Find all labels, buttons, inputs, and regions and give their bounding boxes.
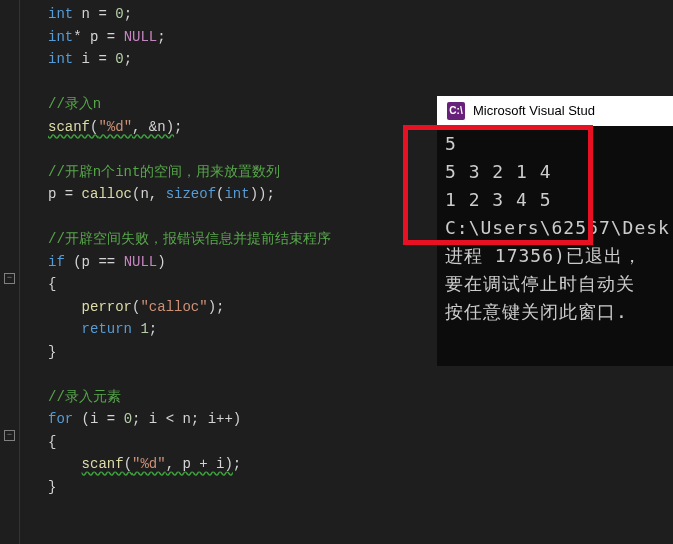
line: p = calloc(n, sizeof(int)); xyxy=(48,186,275,202)
line: int* p = NULL; xyxy=(48,29,166,45)
console-line: 进程 17356)已退出， xyxy=(445,245,642,266)
line: scanf("%d", &n); xyxy=(48,119,182,135)
fold-toggle-icon[interactable]: − xyxy=(4,273,15,284)
line: } xyxy=(48,344,56,360)
gutter: − − xyxy=(0,0,20,544)
console-output[interactable]: 5 5 3 2 1 4 1 2 3 4 5 C:\Users\62567\Des… xyxy=(437,126,673,366)
line-comment: //录入n xyxy=(48,96,101,112)
line-comment: //开辟n个int的空间，用来放置数列 xyxy=(48,164,280,180)
console-line: 按任意键关闭此窗口. xyxy=(445,301,628,322)
console-titlebar[interactable]: C:\ Microsoft Visual Stud xyxy=(437,96,673,126)
console-window: C:\ Microsoft Visual Stud 5 5 3 2 1 4 1 … xyxy=(437,96,673,366)
code-area[interactable]: int n = 0; int* p = NULL; int i = 0; //录… xyxy=(20,0,331,544)
vs-icon: C:\ xyxy=(447,102,465,120)
line: { xyxy=(48,434,56,450)
console-line: C:\Users\62567\Desk xyxy=(445,217,670,238)
console-line: 要在调试停止时自动关 xyxy=(445,273,635,294)
line: scanf("%d", p + i); xyxy=(48,456,241,472)
line: perror("calloc"); xyxy=(48,299,224,315)
fold-toggle-icon[interactable]: − xyxy=(4,430,15,441)
line-comment: //开辟空间失败，报错误信息并提前结束程序 xyxy=(48,231,331,247)
line: } xyxy=(48,479,56,495)
line: int n = 0; xyxy=(48,6,132,22)
line: int i = 0; xyxy=(48,51,132,67)
line: for (i = 0; i < n; i++) xyxy=(48,411,241,427)
console-line: 5 3 2 1 4 xyxy=(445,161,552,182)
console-line: 1 2 3 4 5 xyxy=(445,189,552,210)
line: if (p == NULL) xyxy=(48,254,166,270)
line: return 1; xyxy=(48,321,157,337)
line-comment: //录入元素 xyxy=(48,389,121,405)
console-title: Microsoft Visual Stud xyxy=(473,97,595,125)
line: { xyxy=(48,276,56,292)
console-line: 5 xyxy=(445,133,457,154)
